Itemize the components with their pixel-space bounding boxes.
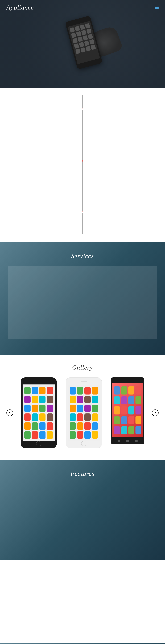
features-title: Features: [0, 470, 165, 477]
gallery-phone-3[interactable]: [111, 378, 144, 444]
services-content-box: [8, 266, 157, 340]
chevron-right-icon: [154, 411, 157, 414]
carousel-next-button[interactable]: [152, 410, 158, 416]
features-section: Features: [0, 460, 165, 560]
timeline-section: [0, 88, 165, 242]
logo[interactable]: Appliance: [7, 4, 34, 11]
hamburger-menu-icon[interactable]: [155, 6, 158, 9]
hero-header: Appliance: [0, 0, 165, 88]
timeline-dot-3: [82, 211, 83, 213]
services-title: Services: [0, 252, 165, 260]
gallery-phone-1[interactable]: [21, 378, 57, 448]
services-section: Services: [0, 242, 165, 355]
contact-section: Contact Us: [0, 643, 165, 644]
gallery-items: [16, 378, 149, 448]
carousel-prev-button[interactable]: [7, 410, 13, 416]
gallery-phone-2[interactable]: [66, 378, 102, 448]
spacer-section: [0, 560, 165, 643]
hero-image-phone-in-hand: [52, 10, 129, 75]
timeline-dot-2: [82, 160, 83, 162]
gallery-section: Gallery: [0, 355, 165, 460]
gallery-carousel: [7, 378, 158, 448]
gallery-title: Gallery: [7, 364, 158, 371]
timeline-dot-1: [82, 108, 83, 110]
chevron-left-icon: [8, 411, 11, 414]
